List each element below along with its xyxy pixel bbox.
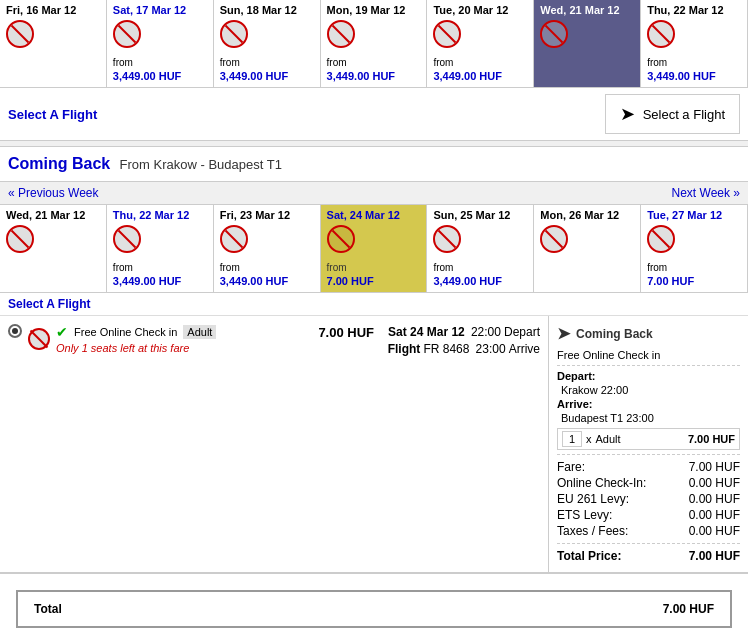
check-in-label: Free Online Check in (74, 326, 177, 338)
date-label: Sun, 18 Mar 12 (220, 4, 314, 16)
passenger-row: 1 x Adult 7.00 HUF (557, 428, 740, 450)
no-flight-icon (327, 20, 355, 48)
no-flight-icon (540, 225, 568, 253)
no-flight-icon (540, 20, 568, 48)
coming-back-route: From Krakow - Budapest T1 (120, 157, 282, 172)
total-price-val: 7.00 HUF (689, 549, 740, 563)
no-flight-icon (6, 20, 34, 48)
fare-row-online: Online Check-In: 0.00 HUF (557, 475, 740, 491)
total-label: Total (34, 602, 62, 616)
flight-airline-icon (28, 328, 50, 350)
panel-plane-icon: ➤ (557, 324, 570, 343)
ets-label: ETS Levy: (557, 508, 612, 522)
eu261-val: 0.00 HUF (689, 492, 740, 506)
date-cell-fri23-cb[interactable]: Fri, 23 Mar 12 from3,449.00 HUF (214, 205, 321, 292)
select-a-flight-label1: Select A Flight (8, 107, 97, 122)
panel-depart-val: Krakow 22:00 (561, 384, 740, 396)
seats-left: Only 1 seats left at this fare (56, 342, 189, 356)
total-value: 7.00 HUF (663, 602, 714, 616)
select-flight-box[interactable]: ➤ Select a Flight (605, 94, 740, 134)
total-price-label: Total Price: (557, 549, 621, 563)
next-week-link[interactable]: Next Week » (672, 186, 740, 200)
no-flight-icon (327, 225, 355, 253)
date-label: Wed, 21 Mar 12 (540, 4, 634, 16)
date-label: Fri, 23 Mar 12 (220, 209, 314, 221)
date-label: Tue, 27 Mar 12 (647, 209, 741, 221)
pax-count: 1 (562, 431, 582, 447)
pax-sep: x (586, 433, 592, 445)
eu261-label: EU 261 Levy: (557, 492, 629, 506)
no-flight-icon (647, 20, 675, 48)
date-label: Tue, 20 Mar 12 (433, 4, 527, 16)
week-navigation: « Previous Week Next Week » (0, 182, 748, 205)
date-cell-sat17[interactable]: Sat, 17 Mar 12 from3,449.00 HUF (107, 0, 214, 87)
taxes-val: 0.00 HUF (689, 524, 740, 538)
price-from: from7.00 HUF (327, 260, 421, 288)
divider1 (557, 365, 740, 366)
fare-label: Fare: (557, 460, 585, 474)
coming-back-header: Coming Back From Krakow - Budapest T1 (0, 147, 748, 182)
panel-title: ➤ Coming Back (557, 324, 740, 343)
no-flight-icon (647, 225, 675, 253)
date-cell-tue27-cb[interactable]: Tue, 27 Mar 12 from7.00 HUF (641, 205, 748, 292)
no-flight-icon (6, 225, 34, 253)
date-label: Thu, 22 Mar 12 (647, 4, 741, 16)
flight-radio-button[interactable] (8, 324, 22, 338)
date-cell-sat24-cb-selected[interactable]: Sat, 24 Mar 12 from7.00 HUF (321, 205, 428, 292)
divider3 (557, 543, 740, 544)
date-label: Sat, 24 Mar 12 (327, 209, 421, 221)
no-flight-icon (113, 225, 141, 253)
no-flight-icon (220, 20, 248, 48)
date-label: Fri, 16 Mar 12 (6, 4, 100, 16)
price-from: from3,449.00 HUF (647, 55, 741, 83)
check-mark-icon: ✔ (56, 324, 68, 340)
date-cell-wed21-selected[interactable]: Wed, 21 Mar 12 (534, 0, 641, 87)
online-checkin-val: 0.00 HUF (689, 476, 740, 490)
price-from: from3,449.00 HUF (220, 55, 314, 83)
plane-forward-icon: ➤ (620, 103, 635, 125)
fare-row-taxes: Taxes / Fees: 0.00 HUF (557, 523, 740, 539)
pax-price: 7.00 HUF (688, 433, 735, 445)
date-cell-sun25-cb[interactable]: Sun, 25 Mar 12 from3,449.00 HUF (427, 205, 534, 292)
price-from: from3,449.00 HUF (327, 55, 421, 83)
date-cell-mon26-cb[interactable]: Mon, 26 Mar 12 (534, 205, 641, 292)
date-cell-mon19[interactable]: Mon, 19 Mar 12 from3,449.00 HUF (321, 0, 428, 87)
price-from: from3,449.00 HUF (113, 55, 207, 83)
date-cell-wed21-cb[interactable]: Wed, 21 Mar 12 (0, 205, 107, 292)
flight-number-info: Flight FR 8468 23:00 Arrive (388, 342, 540, 356)
date-label: Mon, 26 Mar 12 (540, 209, 634, 221)
panel-depart-label: Depart: (557, 370, 740, 382)
date-label: Wed, 21 Mar 12 (6, 209, 100, 221)
select-flight-label: Select a Flight (643, 107, 725, 122)
price-from: from7.00 HUF (647, 260, 741, 288)
flight-selection-row: ✔ Free Online Check in Adult 7.00 HUF Sa… (0, 316, 748, 574)
no-flight-icon (433, 20, 461, 48)
date-label: Sat, 17 Mar 12 (113, 4, 207, 16)
divider2 (557, 454, 740, 455)
fare-row-ets: ETS Levy: 0.00 HUF (557, 507, 740, 523)
adult-badge: Adult (183, 325, 216, 339)
date-cell-fri16[interactable]: Fri, 16 Mar 12 (0, 0, 107, 87)
price-from: from3,449.00 HUF (220, 260, 314, 288)
date-cell-tue20[interactable]: Tue, 20 Mar 12 from3,449.00 HUF (427, 0, 534, 87)
pax-type: Adult (596, 433, 684, 445)
coming-back-title: Coming Back (8, 155, 110, 172)
date-cell-thu22-cb[interactable]: Thu, 22 Mar 12 from3,449.00 HUF (107, 205, 214, 292)
no-flight-icon (433, 225, 461, 253)
select-a-flight-label2: Select A Flight (0, 293, 748, 316)
no-flight-icon (113, 20, 141, 48)
date-label: Mon, 19 Mar 12 (327, 4, 421, 16)
prev-week-link[interactable]: « Previous Week (8, 186, 99, 200)
fare-row-total: Total Price: 7.00 HUF (557, 548, 740, 564)
fare-val: 7.00 HUF (689, 460, 740, 474)
date-cell-sun18[interactable]: Sun, 18 Mar 12 from3,449.00 HUF (214, 0, 321, 87)
no-flight-icon (220, 225, 248, 253)
price-from: from3,449.00 HUF (113, 260, 207, 288)
fare-row-fare: Fare: 7.00 HUF (557, 459, 740, 475)
top-date-bar: Fri, 16 Mar 12 Sat, 17 Mar 12 from3,449.… (0, 0, 748, 88)
fare-row-eu261: EU 261 Levy: 0.00 HUF (557, 491, 740, 507)
date-cell-thu22[interactable]: Thu, 22 Mar 12 from3,449.00 HUF (641, 0, 748, 87)
price-from: from3,449.00 HUF (433, 260, 527, 288)
date-label: Sun, 25 Mar 12 (433, 209, 527, 221)
panel-arrive-val: Budapest T1 23:00 (561, 412, 740, 424)
